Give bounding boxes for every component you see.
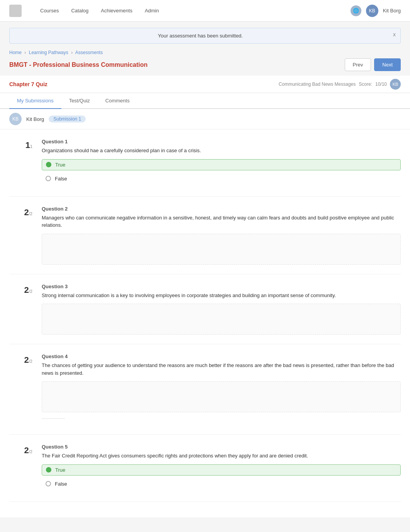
user-name-label: Kit Borg [383, 8, 401, 14]
radio-5-true [46, 467, 51, 473]
question-1-body: Question 1 Organizations should hae a ca… [42, 139, 401, 187]
course-nav-buttons: Prev Next [345, 58, 401, 71]
chapter-score-value: 10/10 [375, 82, 387, 87]
nav-item-courses[interactable]: Courses [40, 6, 59, 15]
top-navigation: Courses Catalog Achievements Admin 🌐 KB … [0, 0, 410, 22]
question-3-text: Strong internal communication is a key t… [42, 292, 401, 299]
breadcrumb-learning-pathways[interactable]: Learning Pathways [29, 50, 68, 55]
radio-1-true [46, 162, 51, 167]
chapter-bar: Chapter 7 Quiz Communicating Bad News Me… [0, 76, 410, 93]
question-1-score: 11 [9, 139, 32, 187]
chapter-avatar: KB [390, 79, 401, 90]
tab-comments[interactable]: Comments [98, 93, 137, 109]
question-2-answer-area [42, 234, 401, 265]
question-5-text: The Fair Credit Reporting Act gives cons… [42, 452, 401, 460]
notification-banner: Your assessment has been submitted. x [9, 28, 401, 44]
answer-1-false-label: False [55, 176, 67, 182]
answer-5-false: False [42, 479, 401, 489]
tab-my-submissions[interactable]: My Submissions [9, 93, 61, 109]
question-5-body: Question 5 The Fair Credit Reporting Act… [42, 444, 401, 492]
question-5-score: 2/2 [9, 444, 32, 492]
question-5-label: Question 5 [42, 444, 401, 450]
answer-1-false: False [42, 173, 401, 184]
course-title: BMGT - Professional Business Communicati… [9, 61, 147, 68]
radio-5-false [46, 481, 51, 486]
submission-avatar: KB [9, 113, 22, 125]
answer-1-true: True [42, 159, 401, 170]
question-3-label: Question 3 [42, 284, 401, 289]
radio-1-false [46, 176, 51, 181]
question-4-answer-area [42, 381, 401, 412]
nav-right-section: 🌐 KB Kit Borg [351, 5, 401, 17]
question-4-score: 2/2 [9, 354, 32, 425]
submission-user-name: Kit Borg [26, 116, 44, 122]
score-divider-4 [42, 418, 65, 419]
question-4-text: The chances of getting your audience to … [42, 362, 401, 377]
question-4-body: Question 4 The chances of getting your a… [42, 354, 401, 425]
app-logo [9, 5, 22, 17]
main-content: 11 Question 1 Organizations should hae a… [0, 129, 410, 517]
question-1-text: Organizations should hae a carefully con… [42, 147, 401, 155]
question-1-answers: True False [42, 159, 401, 184]
notification-message: Your assessment has been submitted. [158, 33, 243, 39]
question-5-answers: True False [42, 464, 401, 489]
breadcrumb-home[interactable]: Home [9, 50, 22, 55]
nav-item-catalog[interactable]: Catalog [71, 6, 88, 15]
question-3-body: Question 3 Strong internal communication… [42, 284, 401, 335]
nav-item-admin[interactable]: Admin [145, 6, 159, 15]
prev-button[interactable]: Prev [345, 58, 371, 71]
answer-5-false-label: False [55, 481, 67, 487]
submission-row: KB Kit Borg Submission 1 [0, 109, 410, 129]
question-block-1: 11 Question 1 Organizations should hae a… [9, 129, 401, 197]
question-block-3: 2/2 Question 3 Strong internal communica… [9, 274, 401, 345]
question-2-text: Managers who can communicate negative in… [42, 214, 401, 229]
language-globe-icon[interactable]: 🌐 [351, 5, 361, 16]
breadcrumb: Home › Learning Pathways › Assessments [0, 50, 410, 55]
question-1-label: Question 1 [42, 139, 401, 144]
question-3-answer-area [42, 304, 401, 335]
question-block-5: 2/2 Question 5 The Fair Credit Reporting… [9, 435, 401, 502]
question-2-label: Question 2 [42, 206, 401, 212]
answer-5-true: True [42, 464, 401, 476]
chapter-title: Chapter 7 Quiz [9, 81, 47, 87]
question-3-score: 2/2 [9, 284, 32, 335]
question-2-body: Question 2 Managers who can communicate … [42, 206, 401, 265]
chapter-meta: Communicating Bad News Messages Score: 1… [279, 79, 401, 90]
question-block-2: 2/2 Question 2 Managers who can communic… [9, 197, 401, 274]
question-2-score: 2/2 [9, 206, 32, 265]
user-avatar[interactable]: KB [366, 5, 378, 17]
tabs-bar: My Submissions Test/Quiz Comments [0, 93, 410, 109]
submission-tag[interactable]: Submission 1 [49, 116, 86, 122]
question-block-4: 2/2 Question 4 The chances of getting yo… [9, 344, 401, 435]
answer-5-true-label: True [55, 467, 65, 473]
nav-item-achievements[interactable]: Achievements [101, 6, 132, 15]
answer-1-true-label: True [55, 162, 65, 168]
notification-close-button[interactable]: x [393, 31, 396, 37]
chapter-meta-text: Communicating Bad News Messages [279, 82, 356, 87]
tab-test-quiz[interactable]: Test/Quiz [61, 93, 98, 109]
question-4-label: Question 4 [42, 354, 401, 359]
chapter-score-label: Score: [359, 82, 372, 87]
course-header: BMGT - Professional Business Communicati… [0, 58, 410, 76]
next-button[interactable]: Next [374, 58, 401, 71]
breadcrumb-assessments[interactable]: Assessments [75, 50, 103, 55]
